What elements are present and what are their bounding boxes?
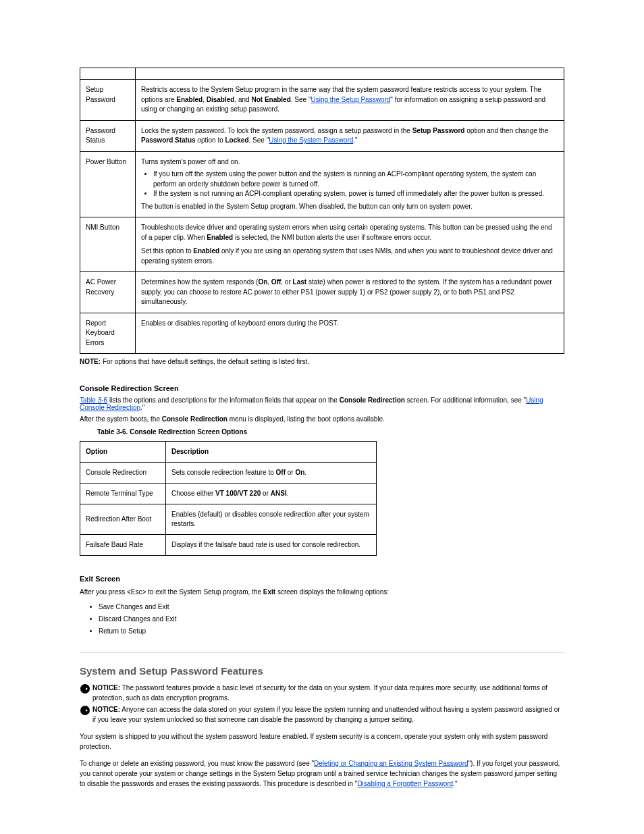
notice-1: NOTICE: The password features provide a … (80, 683, 564, 703)
cell-desc: Enables or disables reporting of keyboar… (136, 313, 564, 354)
table-row: Setup Password Restricts access to the S… (80, 80, 564, 121)
table-row: Redirection After Boot Enables (default)… (80, 504, 377, 535)
system-security-table: Setup Password Restricts access to the S… (80, 68, 564, 354)
link-disable-forgotten-password[interactable]: Disabling a Forgotten Password (357, 780, 453, 787)
exit-screen-intro: After you press <Esc> to exit the System… (80, 587, 564, 597)
table-row: NMI Button Troubleshoots device driver a… (80, 217, 564, 272)
body-paragraph-2: To change or delete an existing password… (80, 758, 564, 789)
console-redirection-heading: Console Redirection Screen (80, 384, 564, 392)
cell-desc: Restricts access to the System Setup pro… (136, 80, 564, 121)
link-table-3-6[interactable]: Table 3-6 (80, 396, 107, 404)
cell-option: NMI Button (80, 217, 136, 272)
list-item: Discard Changes and Exit (99, 613, 564, 625)
body-paragraph: Your system is shipped to you without th… (80, 731, 564, 752)
table-row: Report Keyboard Errors Enables or disabl… (80, 313, 564, 354)
default-note: NOTE: For options that have default sett… (80, 358, 564, 365)
header-option: Option (80, 442, 166, 463)
table-row: Failsafe Baud Rate Displays if the fails… (80, 535, 377, 556)
notice-icon (80, 705, 90, 716)
notice-2: NOTICE: Anyone can access the data store… (80, 705, 564, 725)
password-features-heading: System and Setup Password Features (80, 665, 564, 677)
link-using-system-password[interactable]: Using the System Password (269, 136, 353, 144)
console-redirection-help: Table 3-6 lists the options and descript… (80, 396, 564, 411)
exit-options-list: Save Changes and Exit Discard Changes an… (99, 601, 564, 637)
table-header-row: Option Description (80, 442, 377, 463)
link-using-setup-password[interactable]: Using the Setup Password (311, 96, 390, 103)
svg-point-0 (80, 684, 90, 694)
notice-icon (80, 683, 90, 694)
cell-option: AC Power Recovery (80, 272, 136, 313)
cell-option: Power Button (80, 151, 136, 217)
console-redirection-postboot: After the system boots, the Console Redi… (80, 415, 564, 423)
cell-desc: Troubleshoots device driver and operatin… (136, 217, 564, 272)
console-redirection-table: Option Description Console Redirection S… (80, 441, 377, 556)
cell-desc: Determines how the system responds (On, … (136, 272, 564, 313)
section-divider (80, 652, 564, 653)
link-delete-existing-password[interactable]: Deleting or Changing an Existing System … (314, 760, 468, 767)
table-caption: Table 3-6. Console Redirection Screen Op… (97, 428, 564, 436)
list-item: Save Changes and Exit (99, 601, 564, 613)
svg-point-1 (80, 706, 90, 715)
cell-option: Report Keyboard Errors (80, 313, 136, 354)
cell-option: Setup Password (80, 80, 136, 121)
table-row (80, 68, 564, 80)
exit-screen-heading: Exit Screen (80, 575, 564, 583)
cell-desc: Locks the system password. To lock the s… (136, 120, 564, 151)
table-row: AC Power Recovery Determines how the sys… (80, 272, 564, 313)
cell-option: Password Status (80, 120, 136, 151)
cell-desc: Turns system's power off and on. If you … (136, 151, 564, 217)
table-row: Password Status Locks the system passwor… (80, 120, 564, 151)
page: Setup Password Restricts access to the S… (0, 0, 644, 834)
list-item: Return to Setup (99, 625, 564, 637)
header-description: Description (166, 442, 377, 463)
table-row: Console Redirection Sets console redirec… (80, 463, 377, 484)
table-row: Remote Terminal Type Choose either VT 10… (80, 484, 377, 504)
table-row: Power Button Turns system's power off an… (80, 151, 564, 217)
